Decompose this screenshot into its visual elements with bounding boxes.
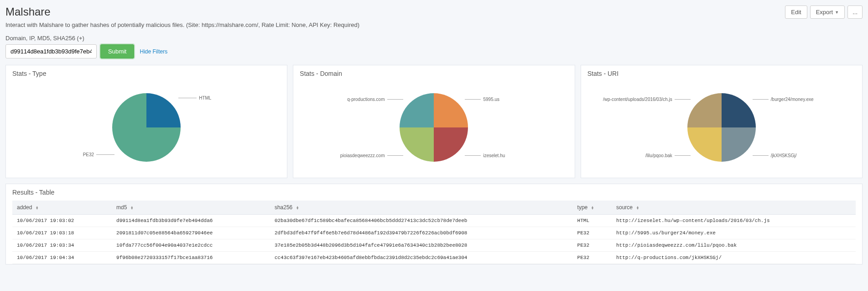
filter-row: Submit Hide Filters (5, 44, 863, 58)
cell-sha256: cc43c63f397e167eb423b4605afd8ebbfbdac239… (270, 252, 573, 264)
pie-leader-line (387, 99, 403, 100)
cell-added: 10/06/2017 19:03:18 (12, 227, 112, 239)
cell-added: 10/06/2017 19:03:34 (12, 239, 112, 252)
col-added[interactable]: added ▲▼ (12, 201, 112, 215)
page-title: Malshare (5, 5, 51, 18)
sort-icon: ▲▼ (296, 206, 299, 210)
more-button[interactable]: ... (847, 5, 863, 19)
sort-icon: ▲▼ (130, 206, 134, 210)
cell-md5: d99114d8ea1fdb3b93d9fe7eb494dda6 (112, 215, 270, 227)
cell-source: http://izeselet.hu/wp-content/uploads/20… (612, 215, 856, 227)
pie-slice (400, 127, 434, 162)
results-table: added ▲▼ md5 ▲▼ sha256 ▲▼ type ▲▼ source (12, 201, 856, 264)
cell-source: http://pioiasdeqweezzz.com/lilu/pqoo.bak (612, 239, 856, 252)
col-label: source (616, 204, 633, 211)
cell-type: PE32 (573, 239, 612, 252)
cell-source: http://q-productions.com/jkXHSKSGj/ (612, 252, 856, 264)
hide-filters-link[interactable]: Hide Filters (140, 48, 167, 55)
table-row[interactable]: 10/06/2017 19:03:3410fda777cc56f004e90a4… (12, 239, 856, 252)
pie-slice (434, 93, 468, 127)
pie-leader-line (465, 155, 481, 156)
chart-type: HTML PE32 (12, 82, 281, 173)
panel-stats-type: Stats - Type HTML PE32 (5, 65, 287, 178)
sort-icon: ▲▼ (591, 206, 594, 210)
pie-slice (722, 93, 756, 127)
caret-down-icon: ▼ (835, 10, 839, 15)
pie-chart-uri (687, 93, 756, 162)
export-button[interactable]: Export ▼ (810, 5, 845, 19)
cell-type: HTML (573, 215, 612, 227)
pie-label-pe32: PE32 (83, 152, 94, 157)
cell-sha256: 02ba30dbe67df1c589bc4bafeca85684406bcb5d… (270, 215, 573, 227)
pie-slice (687, 93, 722, 127)
pie-label: /jkXHSKSGj/ (771, 153, 797, 158)
cell-sha256: 37e185e2b05b3d448b2096d3b5d104fafce47991… (270, 239, 573, 252)
panel-stats-domain: Stats - Domain 5995.us izeselet.hu pioia… (293, 65, 575, 178)
pie-leader-line (96, 154, 114, 155)
cell-added: 10/06/2017 19:03:02 (12, 215, 112, 227)
stats-panels: Stats - Type HTML PE32 Stats - Domain 59… (5, 65, 863, 178)
page-description: Interact with Malshare to gather hashes … (5, 21, 863, 28)
pie-leader-line (675, 155, 691, 156)
cell-sha256: 2dfbd3dfeb47f9f4f6e5b7e6d78d4486af192d39… (270, 227, 573, 239)
results-panel: Results - Table added ▲▼ md5 ▲▼ sha256 ▲… (5, 184, 863, 265)
pie-slice (687, 127, 722, 162)
cell-type: PE32 (573, 227, 612, 239)
col-md5[interactable]: md5 ▲▼ (112, 201, 270, 215)
pie-chart-domain (400, 93, 468, 162)
chart-uri: /burger24/money.exe /jkXHSKSGj/ /lilu/pq… (587, 82, 856, 173)
col-label: md5 (116, 204, 127, 211)
pie-leader-line (675, 99, 691, 100)
col-label: added (17, 204, 32, 211)
pie-leader-line (753, 155, 769, 156)
results-title: Results - Table (12, 189, 856, 196)
pie-leader-line (753, 99, 769, 100)
pie-leader-line (465, 99, 481, 100)
cell-md5: 2091811d07c05e88564ba659279046ee (112, 227, 270, 239)
pie-label: pioiasdeqweezzz.com (340, 153, 385, 158)
pie-leader-line (387, 155, 403, 156)
pie-leader-line (178, 98, 197, 98)
pie-slice (722, 127, 756, 162)
edit-button[interactable]: Edit (785, 5, 807, 19)
submit-button[interactable]: Submit (100, 44, 134, 58)
header-actions: Edit Export ▼ ... (785, 5, 863, 19)
cell-type: PE32 (573, 252, 612, 264)
pie-label: q-productions.com (347, 97, 385, 102)
cell-source: http://5995.us/burger24/money.exe (612, 227, 856, 239)
panel-stats-uri: Stats - URI /burger24/money.exe /jkXHSKS… (581, 65, 863, 178)
pie-slice (434, 127, 468, 162)
panel-title-domain: Stats - Domain (300, 70, 568, 77)
sort-icon: ▲▼ (36, 206, 39, 210)
pie-label: izeselet.hu (483, 153, 505, 158)
pie-label: /wp-content/uploads/2016/03/ch.js (603, 97, 672, 102)
pie-chart-type (112, 93, 181, 162)
pie-label: /burger24/money.exe (771, 97, 814, 102)
col-label: type (577, 204, 588, 211)
pie-slice (400, 93, 434, 127)
pie-label: /lilu/pqoo.bak (645, 153, 672, 158)
sort-icon: ▲▼ (636, 206, 639, 210)
col-type[interactable]: type ▲▼ (573, 201, 612, 215)
pie-slice-html (146, 93, 181, 127)
table-row[interactable]: 10/06/2017 19:04:349f96b08e2720333157f17… (12, 252, 856, 264)
chart-domain: 5995.us izeselet.hu pioiasdeqweezzz.com … (300, 82, 568, 173)
panel-title-type: Stats - Type (12, 70, 281, 77)
table-row[interactable]: 10/06/2017 19:03:182091811d07c05e88564ba… (12, 227, 856, 239)
export-label: Export (816, 9, 833, 16)
col-label: sha256 (275, 204, 292, 211)
col-source[interactable]: source ▲▼ (612, 201, 856, 215)
cell-added: 10/06/2017 19:04:34 (12, 252, 112, 264)
pie-label-html: HTML (199, 95, 211, 101)
table-row[interactable]: 10/06/2017 19:03:02d99114d8ea1fdb3b93d9f… (12, 215, 856, 227)
col-sha256[interactable]: sha256 ▲▼ (270, 201, 573, 215)
search-input[interactable] (5, 44, 97, 58)
cell-md5: 9f96b08e2720333157f17bce1aa83716 (112, 252, 270, 264)
filter-label: Domain, IP, MD5, SHA256 (+) (5, 35, 863, 42)
panel-title-uri: Stats - URI (587, 70, 856, 77)
cell-md5: 10fda777cc56f004e90a4037e1e2cdcc (112, 239, 270, 252)
pie-label: 5995.us (483, 97, 499, 102)
